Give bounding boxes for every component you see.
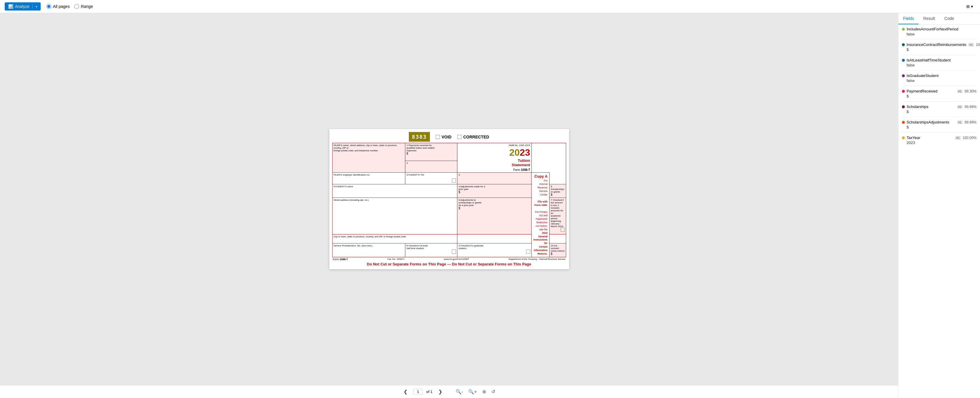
field-value: $ — [907, 94, 977, 98]
prev-page-button[interactable]: ❮ — [401, 388, 410, 396]
document-viewer: 8383 VOID CORRECTED — [0, 13, 898, 398]
field-item: InsuranceContractReimbursements#1100.00%… — [902, 42, 977, 55]
analyze-button[interactable]: 📊 Analyze ▾ — [5, 2, 41, 11]
box5-dollar: $ — [551, 193, 565, 197]
student-tin-checkbox[interactable] — [452, 179, 456, 182]
field-item: IncludesAmountForNextPeriodfalse — [902, 27, 977, 40]
box8-checkbox[interactable] — [452, 249, 456, 254]
field-value: false — [907, 78, 977, 83]
right-panel: Fields Result Code IncludesAmountForNext… — [898, 13, 980, 398]
box7-checkbox[interactable] — [561, 228, 565, 232]
field-name-row: IncludesAmountForNextPeriod — [902, 27, 977, 31]
box1-label: 1 Payments received forqualified tuition… — [407, 144, 456, 152]
city-value — [334, 238, 456, 242]
box10-dollar: $ — [551, 252, 565, 256]
next-page-button[interactable]: ❯ — [436, 388, 444, 396]
corrected-checkbox[interactable] — [457, 135, 461, 139]
box4-cell: 4 Adjustments made for aprior year $ — [457, 184, 531, 198]
footer-cat: Cat. No. 25087J — [388, 258, 404, 261]
service-provider-cell: Service Provider/Acct. No. (see instr.) — [332, 243, 405, 257]
page-of-label: of 1 — [426, 390, 433, 394]
student-name-value — [334, 188, 456, 192]
omb-text: OMB No. 1545-1574 — [458, 144, 530, 147]
box9-cell: 9 Checked if a graduatestudent — [457, 243, 531, 257]
range-option[interactable]: Range — [74, 4, 93, 9]
main-layout: 8383 VOID CORRECTED — [0, 13, 980, 398]
zoom-controls: 🔍- 🔍+ ⊕ ↺ — [454, 388, 497, 395]
box8-cell: 8 Checked if at leasthalf-time student — [405, 243, 457, 257]
void-checkbox[interactable] — [436, 135, 440, 139]
page-number-input[interactable] — [413, 388, 423, 395]
field-name-row: PaymentReceived#199.30% — [902, 89, 977, 93]
city-label: City or town, state or province, country… — [334, 235, 456, 238]
box4-dollar: $ — [458, 190, 530, 194]
field-confidence: 99.30% — [964, 89, 977, 93]
field-name-text: ScholarshipsAdjustments — [907, 120, 955, 125]
all-pages-option[interactable]: All pages — [46, 4, 70, 9]
box5-label: 5 Scholarships or grants — [551, 185, 565, 193]
panel-tabs: Fields Result Code — [899, 13, 980, 25]
field-name-text: PaymentReceived — [907, 89, 955, 93]
field-name-text: IsGraduateStudent — [907, 74, 977, 78]
field-badge: #1 — [968, 43, 974, 46]
field-name-row: Scholarships#199.98% — [902, 104, 977, 109]
chevron-layers-icon: ▾ — [971, 4, 973, 9]
tab-fields[interactable]: Fields — [899, 13, 919, 24]
field-name-text: IsAtLeastHalfTimeStudent — [907, 58, 977, 62]
chart-icon: 📊 — [8, 4, 13, 9]
field-color-dot — [902, 136, 905, 139]
field-badge: #1 — [957, 121, 963, 124]
tuition-statement: TuitionStatement — [458, 158, 530, 167]
box1-dollar: $ — [407, 152, 456, 155]
filer-ein-value — [334, 176, 404, 180]
tab-code[interactable]: Code — [940, 13, 959, 24]
box3-value — [458, 176, 530, 180]
barcode: 8383 — [409, 132, 430, 142]
box8-label: 8 Checked if at leasthalf-time student — [407, 245, 456, 249]
student-tin-cell: STUDENT'S TIN — [405, 173, 457, 184]
corrected-label: CORRECTED — [463, 134, 489, 139]
footer-department: Department of the Treasury - Internal Re… — [509, 258, 565, 261]
box9-checkbox[interactable] — [526, 249, 530, 254]
field-name-text: TaxYear — [907, 136, 953, 140]
range-label: Range — [81, 4, 93, 9]
box5-cell: 5 Scholarships or grants $ — [549, 184, 566, 198]
range-radio[interactable] — [74, 4, 79, 9]
omb-panel: OMB No. 1545-1574 2023 TuitionStatement … — [457, 143, 531, 173]
copy-a-privacy: For Privacy Act andPaperwork ReductionAc… — [533, 210, 548, 256]
box2-label: 2 — [407, 162, 456, 165]
field-value: $ — [907, 125, 977, 129]
field-confidence: 99.98% — [964, 105, 977, 109]
box1-cell: 1 Payments received forqualified tuition… — [405, 143, 457, 161]
table-row: FILER'S name, street address, city or to… — [332, 143, 566, 161]
filer-label: FILER'S name, street address, city or to… — [334, 144, 404, 152]
field-color-dot — [902, 28, 905, 31]
field-name-row: TaxYear#1100.00% — [902, 136, 977, 140]
field-name-row: InsuranceContractReimbursements#1100.00% — [902, 42, 977, 47]
fit-button[interactable]: ⊕ — [480, 388, 488, 395]
table-row: City or town, state or province, country… — [332, 234, 566, 243]
box2-cell: 2 — [405, 161, 457, 173]
street-address-cell: Street address (including apt. no.) — [332, 198, 457, 234]
student-name-label: STUDENT'S name — [334, 185, 456, 188]
rotate-button[interactable]: ↺ — [490, 388, 497, 395]
chevron-down-icon: ▾ — [36, 5, 37, 8]
field-name-text: Scholarships — [907, 104, 955, 109]
tab-result[interactable]: Result — [919, 13, 940, 24]
copy-a-panel: Copy A For Internal RevenueService Cente… — [531, 173, 549, 257]
all-pages-radio[interactable] — [46, 4, 51, 9]
box6-label: 6 Adjustments toscholarships or grantsfo… — [458, 199, 530, 206]
zoom-out-button[interactable]: 🔍- — [454, 388, 465, 395]
box10-cell: 10 Ins. contract reimb./refund $ — [549, 243, 566, 257]
box4-label: 4 Adjustments made for aprior year — [458, 185, 530, 190]
field-name-row: IsGraduateStudent — [902, 74, 977, 78]
year-display: 2023 — [509, 148, 530, 157]
layers-button[interactable]: ⊞ ▾ — [964, 3, 975, 10]
field-name-row: IsAtLeastHalfTimeStudent — [902, 58, 977, 62]
btn-divider — [32, 4, 33, 9]
filer-ein-label: FILER'S employer identification no. — [334, 174, 404, 176]
field-badge: #1 — [955, 136, 961, 140]
student-tin-label: STUDENT'S TIN — [407, 174, 456, 176]
footer-left: Form 1098-T — [333, 258, 348, 261]
zoom-in-button[interactable]: 🔍+ — [466, 388, 479, 395]
